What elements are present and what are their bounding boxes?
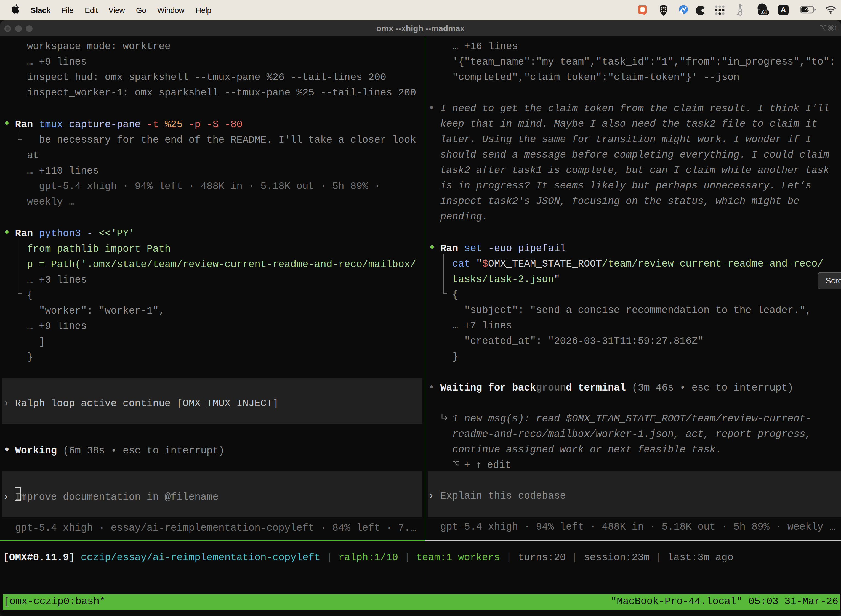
svg-text:1: 1: [834, 25, 837, 31]
svg-text:..61: ..61: [759, 10, 767, 15]
